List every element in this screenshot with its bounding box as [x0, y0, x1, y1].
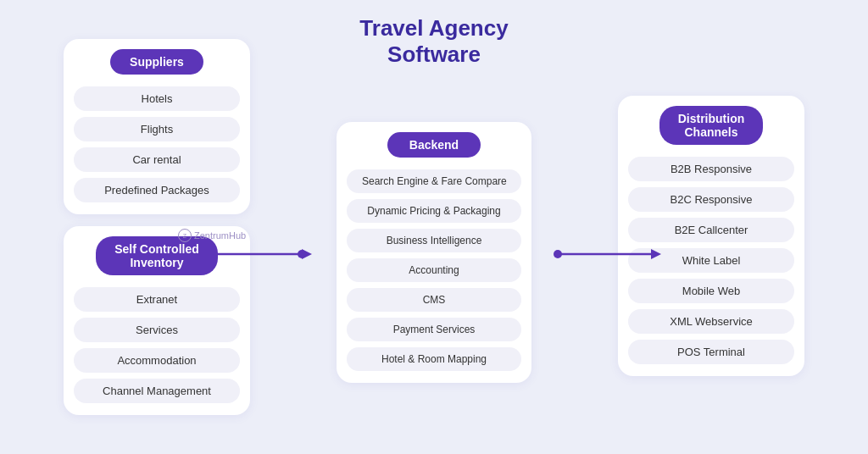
list-item: Predefined Packages: [74, 178, 240, 202]
svg-point-3: [554, 250, 562, 258]
left-column: Suppliers Hotels Flights Car rental Pred…: [64, 39, 250, 415]
list-item: Flights: [74, 117, 240, 141]
list-item: B2B Responsive: [628, 157, 794, 181]
list-item: Payment Services: [347, 318, 521, 341]
suppliers-header: Suppliers: [110, 49, 203, 75]
backend-header: Backend: [387, 132, 481, 158]
list-item: Business Intelligence: [347, 229, 521, 252]
list-item: B2C Responsive: [628, 187, 794, 212]
list-item: Car rental: [74, 147, 240, 172]
list-item: Search Engine & Fare Compare: [347, 169, 521, 193]
center-column: Backend Search Engine & Fare Compare Dyn…: [337, 122, 531, 383]
distribution-header: DistributionChannels: [659, 106, 764, 145]
list-item: Services: [74, 318, 240, 342]
backend-panel: Backend Search Engine & Fare Compare Dyn…: [337, 122, 531, 383]
list-item: XML Webservice: [628, 309, 794, 334]
list-item: CMS: [347, 288, 521, 312]
list-item: B2E Callcenter: [628, 218, 794, 242]
svg-point-0: [298, 250, 306, 258]
main-container: Travel AgencySoftware Suppliers Hotels F…: [0, 0, 868, 454]
page-title: Travel AgencySoftware: [359, 15, 508, 68]
suppliers-panel: Suppliers Hotels Flights Car rental Pred…: [64, 39, 250, 214]
list-item: Dynamic Pricing & Packaging: [347, 199, 521, 223]
list-item: Hotel & Room Mapping: [347, 347, 521, 371]
list-item: POS Terminal: [628, 340, 794, 364]
watermark: Z ZentrumHub: [178, 229, 246, 242]
right-column: DistributionChannels B2B Responsive B2C …: [618, 96, 804, 376]
list-item: Mobile Web: [628, 279, 794, 303]
distribution-panel: DistributionChannels B2B Responsive B2C …: [618, 96, 804, 376]
list-item: White Label: [628, 248, 794, 273]
list-item: Channel Management: [74, 379, 240, 403]
list-item: Hotels: [74, 86, 240, 111]
list-item: Accounting: [347, 258, 521, 282]
inventory-panel: Self ControlledInventory Extranet Servic…: [64, 226, 250, 415]
watermark-circle: Z: [178, 229, 192, 242]
svg-marker-2: [302, 249, 312, 259]
list-item: Accommodation: [74, 348, 240, 373]
list-item: Extranet: [74, 287, 240, 312]
